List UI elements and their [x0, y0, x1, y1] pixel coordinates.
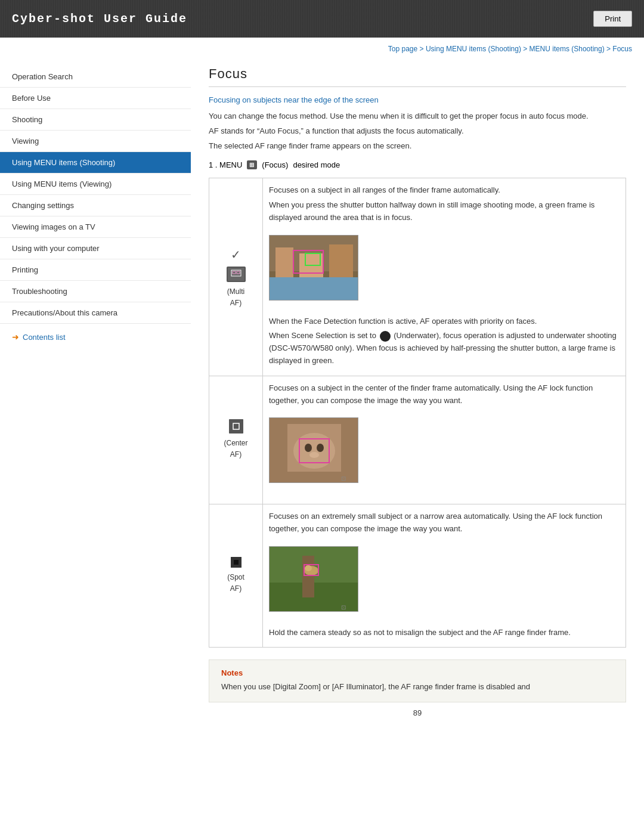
svg-rect-23: [234, 560, 239, 565]
underwater-icon: [380, 331, 391, 342]
spot-af-photo: ⊡: [269, 541, 620, 621]
multi-af-text-1: Focuses on a subject in all ranges of th…: [269, 184, 620, 197]
spot-af-icon-cell: (SpotAF): [209, 504, 263, 648]
multi-af-svg: [227, 267, 246, 282]
multi-af-description: Focuses on a subject in all ranges of th…: [263, 178, 626, 376]
menu-step-focus-label: (Focus): [262, 160, 288, 169]
svg-point-17: [305, 444, 312, 452]
center-af-text-1: Focuses on a subject in the center of th…: [269, 382, 620, 407]
sidebar-item-operation-search[interactable]: Operation Search: [0, 66, 191, 88]
bird-photo-svg: ⊡: [270, 547, 358, 612]
spot-af-svg: [231, 557, 242, 568]
spot-af-label: (SpotAF): [215, 572, 256, 594]
sidebar-item-using-computer[interactable]: Using with your computer: [0, 238, 191, 259]
spot-af-description: Focuses on an extremely small subject or…: [263, 504, 626, 648]
cat-photo: ⊡: [269, 417, 358, 483]
contents-list-link[interactable]: ➜ Contents list: [0, 324, 191, 350]
center-af-svg: [229, 419, 243, 433]
arrow-icon: ➜: [12, 332, 19, 342]
breadcrumb-text: Top page > Using MENU items (Shooting) >…: [388, 45, 632, 53]
center-af-label: (CenterAF): [215, 438, 256, 460]
notes-title: Notes: [221, 668, 614, 677]
sidebar-item-viewing[interactable]: Viewing: [0, 131, 191, 152]
notes-section: Notes When you use [Digital Zoom] or [AF…: [209, 659, 626, 702]
venice-photo-svg: [270, 236, 358, 301]
page-title: Focus: [209, 66, 626, 87]
sidebar-item-using-menu-viewing[interactable]: Using MENU items (Viewing): [0, 174, 191, 195]
spot-af-icon: [231, 557, 242, 568]
center-af-icon-cell: (CenterAF): [209, 376, 263, 504]
multi-af-label: (MultiAF): [215, 286, 256, 309]
venice-photo: [269, 235, 358, 301]
center-af-photo: ⊡: [269, 413, 620, 492]
section-link[interactable]: Focusing on subjects near the edge of th…: [209, 95, 626, 104]
table-row: (CenterAF) Focuses on a subject in the c…: [209, 376, 626, 504]
breadcrumb: Top page > Using MENU items (Shooting) >…: [0, 38, 644, 60]
spot-af-text-1: Focuses on an extremely small subject or…: [269, 510, 620, 535]
intro-text-1: You can change the focus method. Use the…: [209, 110, 626, 123]
sidebar-item-printing[interactable]: Printing: [0, 259, 191, 281]
svg-rect-0: [228, 268, 244, 281]
page-number: 89: [209, 708, 626, 717]
table-row: ✓ (MultiAF) Focuses on a: [209, 178, 626, 376]
sidebar-item-troubleshooting[interactable]: Troubleshooting: [0, 281, 191, 302]
multi-af-text-3: When the Face Detection function is acti…: [269, 315, 620, 328]
bird-photo: ⊡: [269, 546, 358, 612]
center-af-icon: [229, 419, 243, 433]
intro-text-2: AF stands for “Auto Focus,” a function t…: [209, 125, 626, 138]
sidebar-item-using-menu-shooting[interactable]: Using MENU items (Shooting): [0, 152, 191, 174]
focus-table: ✓ (MultiAF) Focuses on a: [209, 178, 626, 648]
multi-af-icon-cell: ✓ (MultiAF): [209, 178, 263, 376]
sidebar-item-viewing-tv[interactable]: Viewing images on a TV: [0, 216, 191, 238]
menu-step-desired-mode: desired mode: [293, 160, 340, 169]
svg-rect-9: [270, 277, 358, 301]
svg-point-18: [317, 444, 324, 452]
cat-photo-svg: ⊡: [270, 418, 358, 483]
svg-text:⊡: ⊡: [341, 475, 346, 482]
page-layout: Operation Search Before Use Shooting Vie…: [0, 60, 644, 735]
menu-step-number: 1 . MENU: [209, 160, 242, 169]
multi-af-text-4: When Scene Selection is set to (Underwat…: [269, 330, 620, 367]
multi-af-checkmark: ✓: [231, 248, 241, 261]
sidebar-item-before-use[interactable]: Before Use: [0, 88, 191, 109]
sidebar-item-precautions[interactable]: Precautions/About this camera: [0, 302, 191, 324]
svg-rect-12: [229, 419, 243, 433]
sidebar-item-shooting[interactable]: Shooting: [0, 109, 191, 131]
svg-point-19: [309, 452, 319, 458]
table-row: (SpotAF) Focuses on an extremely small s…: [209, 504, 626, 648]
svg-rect-26: [302, 556, 314, 597]
spot-af-text-2: Hold the camera steady so as not to misa…: [269, 627, 620, 639]
print-button[interactable]: Print: [593, 11, 632, 27]
header: Cyber-shot User Guide Print: [0, 0, 644, 38]
main-content: Focus Focusing on subjects near the edge…: [191, 60, 644, 735]
multi-af-text-2: When you press the shutter button halfwa…: [269, 199, 620, 224]
intro-text-3: The selected AF range finder frame appea…: [209, 140, 626, 153]
menu-step: 1 . MENU ⊞ (Focus) desired mode: [209, 160, 626, 169]
focus-menu-icon: ⊞: [247, 160, 257, 169]
svg-text:⊡: ⊡: [341, 604, 346, 611]
center-af-description: Focuses on a subject in the center of th…: [263, 376, 626, 504]
app-title: Cyber-shot User Guide: [12, 12, 187, 26]
notes-text: When you use [Digital Zoom] or [AF Illum…: [221, 681, 614, 693]
sidebar-item-changing-settings[interactable]: Changing settings: [0, 195, 191, 216]
multi-af-icon: [227, 267, 246, 282]
multi-af-photo: [269, 230, 620, 309]
svg-point-28: [305, 565, 312, 571]
sidebar: Operation Search Before Use Shooting Vie…: [0, 60, 191, 735]
